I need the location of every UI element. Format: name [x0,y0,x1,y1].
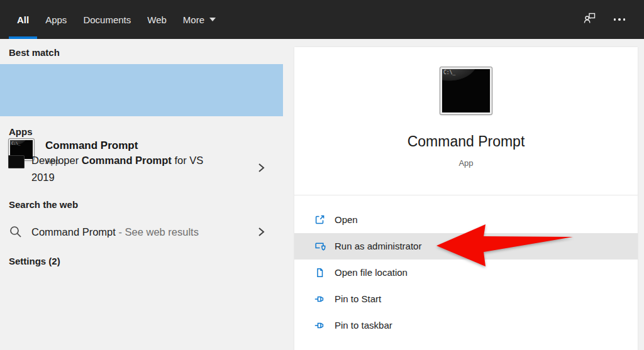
app-subtitle: App [294,158,638,168]
tab-apps[interactable]: Apps [37,0,75,39]
action-label: Run as administrator [335,233,421,260]
tab-web-label: Web [147,14,167,25]
run-as-admin-icon [313,240,326,253]
search-icon [8,224,23,242]
result-web-search[interactable]: Command Prompt - See web results [0,219,283,246]
tab-web[interactable]: Web [139,0,175,39]
chevron-down-icon [209,18,216,21]
web-result-label: Command Prompt - See web results [31,226,199,238]
action-open[interactable]: Open [294,207,638,233]
action-open-file-location[interactable]: Open file location [294,260,638,286]
action-label: Open file location [335,260,408,286]
best-match-header: Best match [9,47,60,58]
action-label: Pin to taskbar [335,312,392,339]
tab-all[interactable]: All [9,0,37,39]
tab-documents-label: Documents [83,14,131,25]
tab-all-label: All [17,14,29,25]
active-tab-underline [9,36,37,39]
filter-tabs: All Apps Documents Web More [0,0,224,39]
action-label: Open [335,207,358,233]
action-pin-to-start[interactable]: Pin to Start [294,286,638,312]
pin-icon [313,319,326,332]
best-match-result-command-prompt[interactable]: C:\_ Command Prompt App [0,64,283,116]
action-label: Pin to Start [335,286,381,312]
preview-pane: C:\_ Command Prompt App Open Run as admi… [294,47,638,350]
tab-more-label: More [183,14,204,25]
tab-documents[interactable]: Documents [75,0,139,39]
feedback-icon[interactable] [582,11,597,28]
result-developer-command-prompt[interactable]: Developer Command Prompt for VS 2019 [0,146,283,191]
divider [294,195,638,195]
action-pin-to-taskbar[interactable]: Pin to taskbar [294,312,638,339]
open-icon [313,214,326,226]
apps-section-header: Apps [9,126,33,137]
file-location-icon [313,266,326,279]
tab-more[interactable]: More [175,0,224,39]
chevron-right-icon [255,162,267,173]
app-title: Command Prompt [294,133,638,150]
ellipsis-icon[interactable] [614,18,626,21]
chevron-right-icon [255,226,267,238]
settings-section-header: Settings (2) [9,256,60,266]
pin-icon [313,293,326,305]
search-filter-bar: All Apps Documents Web More [0,0,644,39]
command-prompt-icon [8,155,25,168]
command-prompt-icon: C:\_ [440,67,492,114]
tab-apps-label: Apps [45,14,67,25]
action-run-as-administrator[interactable]: Run as administrator [294,233,638,260]
search-web-header: Search the web [9,199,78,210]
result-label: Developer Command Prompt for VS 2019 [31,152,223,186]
